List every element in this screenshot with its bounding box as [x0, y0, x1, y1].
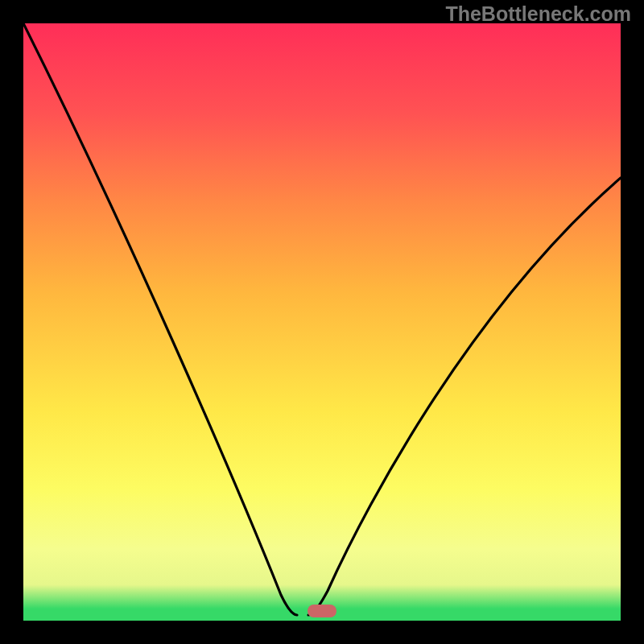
plot-area	[23, 23, 621, 621]
curve-right-branch	[308, 178, 621, 615]
curve-left-branch	[23, 23, 297, 615]
watermark-text: TheBottleneck.com	[445, 2, 631, 26]
chart-frame: TheBottleneck.com	[0, 0, 644, 644]
bottleneck-marker	[308, 605, 336, 617]
bottleneck-curve	[23, 23, 621, 621]
